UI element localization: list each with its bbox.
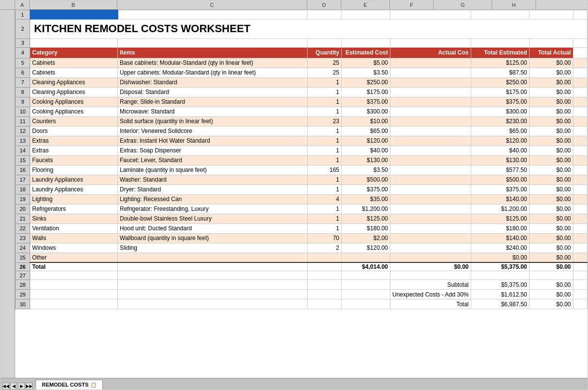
table-cell[interactable]: 1 [308,175,342,185]
table-cell[interactable]: $0.00 [529,97,573,107]
table-cell[interactable] [573,87,587,97]
table-cell[interactable]: $130.00 [471,155,529,165]
table-cell[interactable] [390,87,471,97]
col-header-c[interactable]: C [117,0,307,9]
table-cell[interactable] [390,97,471,107]
table-cell[interactable]: Upper cabinets: Modular-Standard (qty in… [118,68,308,77]
table-cell[interactable] [390,68,471,77]
table-cell[interactable] [573,136,587,146]
table-cell[interactable]: Laundry Appliances [30,185,118,194]
table-cell[interactable] [573,77,587,87]
table-cell[interactable]: Extras: Soap Dispenser [118,146,308,155]
table-cell[interactable]: $500.00 [471,175,529,185]
table-cell[interactable] [573,233,587,243]
table-cell[interactable] [573,165,587,175]
table-cell[interactable]: Range: Slide-in Standard [118,97,308,107]
table-cell[interactable] [573,243,587,253]
table-cell[interactable]: $0.00 [529,77,573,87]
table-cell[interactable]: Walls [30,233,118,243]
table-cell[interactable]: $1,200.00 [342,204,390,214]
table-cell[interactable]: Cabinets [30,58,118,68]
tab-next-btn[interactable]: ▶ [18,383,25,390]
table-cell[interactable] [573,116,587,126]
col-header-d[interactable]: D [307,0,341,9]
table-cell[interactable] [573,97,587,107]
table-cell[interactable]: $175.00 [342,87,390,97]
table-cell[interactable]: Cabinets [30,68,118,77]
table-cell[interactable]: Lighting [30,194,118,204]
table-cell[interactable] [342,253,390,262]
table-cell[interactable]: $250.00 [471,77,529,87]
table-cell[interactable]: $375.00 [342,185,390,194]
table-cell[interactable]: $65.00 [471,126,529,136]
table-cell[interactable]: $125.00 [342,214,390,223]
table-cell[interactable] [573,126,587,136]
table-cell[interactable]: 1 [308,204,342,214]
tab-last-btn[interactable]: ▶▶ [26,383,33,390]
table-cell[interactable]: $2.00 [342,233,390,243]
table-cell[interactable]: Microwave: Standard [118,107,308,116]
col-header-h[interactable]: H [492,0,536,9]
table-cell[interactable]: $0.00 [529,58,573,68]
col-header-f[interactable]: F [390,0,434,9]
col-header-g[interactable]: G [434,0,492,9]
cell-h1[interactable] [573,10,587,19]
table-cell[interactable]: $300.00 [342,107,390,116]
table-cell[interactable] [390,204,471,214]
table-cell[interactable] [573,204,587,214]
table-cell[interactable] [573,155,587,165]
table-cell[interactable]: $35.00 [342,194,390,204]
table-cell[interactable] [118,253,308,262]
table-cell[interactable]: $0.00 [529,136,573,146]
table-cell[interactable]: Hood unit: Ducted Standard [118,223,308,233]
table-cell[interactable]: 1 [308,136,342,146]
tab-prev-btn[interactable]: ◀ [10,383,17,390]
table-cell[interactable]: $65.00 [342,126,390,136]
table-cell[interactable] [573,253,587,262]
table-cell[interactable]: Extras [30,136,118,146]
table-cell[interactable]: Dishwasher: Standard [118,77,308,87]
table-cell[interactable]: $375.00 [471,185,529,194]
table-cell[interactable]: 1 [308,107,342,116]
table-cell[interactable] [573,185,587,194]
table-cell[interactable]: $180.00 [342,223,390,233]
table-cell[interactable]: $0.00 [529,253,573,262]
table-cell[interactable]: $500.00 [342,175,390,185]
cell-a1[interactable] [30,10,118,19]
table-cell[interactable]: Refrigerator: Freestanding, Luxury [118,204,308,214]
table-cell[interactable]: Double-bowl Stainless Steel Luxury [118,214,308,223]
table-cell[interactable]: $175.00 [471,87,529,97]
table-cell[interactable]: $0.00 [471,253,529,262]
table-cell[interactable]: $40.00 [471,146,529,155]
table-cell[interactable]: $375.00 [342,97,390,107]
table-cell[interactable]: $120.00 [471,136,529,146]
table-cell[interactable]: Flooring [30,165,118,175]
table-cell[interactable]: $375.00 [471,97,529,107]
col-header-e[interactable]: E [341,0,390,9]
table-cell[interactable] [390,223,471,233]
table-cell[interactable]: Doors [30,126,118,136]
table-cell[interactable]: $0.00 [529,214,573,223]
table-cell[interactable] [390,253,471,262]
table-cell[interactable]: 1 [308,155,342,165]
table-cell[interactable]: Lighting: Recessed Can [118,194,308,204]
table-cell[interactable] [390,214,471,223]
table-cell[interactable]: 70 [308,233,342,243]
table-cell[interactable]: Solid surface (quantity in linear feet) [118,116,308,126]
table-cell[interactable]: 165 [308,165,342,175]
table-cell[interactable]: $40.00 [342,146,390,155]
table-cell[interactable]: Disposal: Standard [118,87,308,97]
table-cell[interactable]: $0.00 [529,175,573,185]
table-cell[interactable]: Ventilation [30,223,118,233]
table-cell[interactable] [390,175,471,185]
table-cell[interactable]: Other [30,253,118,262]
table-cell[interactable]: $120.00 [342,136,390,146]
table-cell[interactable]: $140.00 [471,194,529,204]
table-cell[interactable]: Laundry Appliances [30,175,118,185]
table-cell[interactable] [390,185,471,194]
table-cell[interactable]: Laminate (quantity in square feet) [118,165,308,175]
table-cell[interactable]: 1 [308,185,342,194]
table-cell[interactable]: $300.00 [471,107,529,116]
grid[interactable]: 1 2 KITCHEN REMODEL COSTS WORKSHEET [15,10,588,378]
table-cell[interactable]: 1 [308,223,342,233]
